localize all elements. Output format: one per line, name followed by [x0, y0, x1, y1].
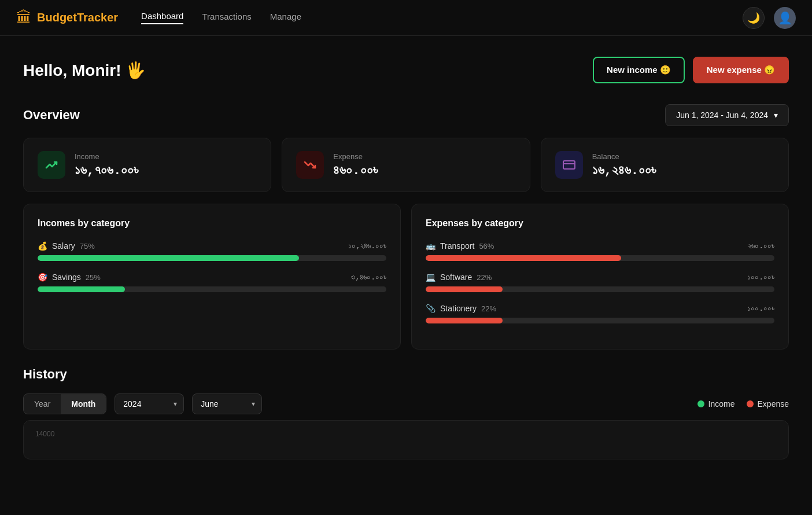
overview-header: Overview Jun 1, 2024 - Jun 4, 2024 ▾ — [23, 104, 789, 126]
software-progress-fill — [426, 286, 503, 292]
software-category-item: 💻 Software 22% ১০০.০০৳ — [426, 273, 774, 292]
history-title: History — [23, 367, 789, 382]
transport-text: Transport — [440, 241, 474, 251]
main-content: Hello, Monir! 🖐 New income 🙂 New expense… — [0, 36, 812, 350]
savings-label: 🎯 Savings 25% — [38, 273, 101, 282]
svg-rect-0 — [563, 161, 575, 169]
transport-percent: 56% — [479, 242, 494, 251]
month-toggle-button[interactable]: Month — [61, 394, 106, 414]
expense-value: ৪৬০.০০৳ — [333, 163, 515, 178]
software-percent: 22% — [477, 273, 492, 282]
expense-legend-item: Expense — [747, 399, 789, 409]
year-select-wrapper: 2024 2023 2022 — [115, 393, 184, 414]
income-legend-dot — [697, 400, 704, 407]
history-chart-container: 14000 — [23, 420, 789, 459]
expense-label: Expense — [333, 152, 515, 161]
incomes-by-category-panel: Incomes by category 💰 Salary 75% ১০,২৪৬.… — [23, 204, 401, 350]
moon-icon: 🌙 — [747, 12, 760, 24]
nav-right: 🌙 👤 — [743, 7, 796, 29]
salary-progress-track — [38, 255, 386, 261]
chart-legend: Income Expense — [697, 399, 789, 409]
month-select[interactable]: January February March April May June Ju… — [192, 393, 262, 414]
stationery-value: ১০০.০০৳ — [747, 304, 774, 313]
bus-icon: 🚌 — [426, 241, 435, 251]
savings-item-header: 🎯 Savings 25% ৩,৪৬০.০০৳ — [38, 273, 386, 282]
overview-section: Overview Jun 1, 2024 - Jun 4, 2024 ▾ Inc… — [23, 104, 789, 350]
expense-info: Expense ৪৬০.০০৳ — [333, 152, 515, 178]
new-income-button[interactable]: New income 🙂 — [593, 57, 685, 83]
salary-text: Salary — [52, 241, 75, 251]
history-controls: Year Month 2024 2023 2022 January Februa… — [23, 393, 789, 414]
stationery-progress-track — [426, 318, 774, 323]
target-icon: 🎯 — [38, 273, 47, 282]
balance-value: ১৬,২৪৬.০০৳ — [592, 163, 774, 178]
nav-dashboard[interactable]: Dashboard — [141, 11, 183, 24]
software-label: 💻 Software 22% — [426, 273, 492, 282]
income-card: Income ১৬,৭০৬.০০৳ — [23, 138, 271, 192]
history-section: History Year Month 2024 2023 2022 Januar… — [0, 367, 812, 477]
logo-text: BudgetTracker — [37, 11, 118, 24]
nav-manage[interactable]: Manage — [270, 12, 301, 24]
stationery-item-header: 📎 Stationery 22% ১০০.০০৳ — [426, 304, 774, 313]
savings-text: Savings — [52, 273, 81, 282]
transport-item-header: 🚌 Transport 56% ২৬০.০০৳ — [426, 241, 774, 251]
paperclip-icon: 📎 — [426, 304, 435, 313]
date-range-button[interactable]: Jun 1, 2024 - Jun 4, 2024 ▾ — [665, 104, 789, 126]
savings-percent: 25% — [86, 273, 101, 282]
income-info: Income ১৬,৭০৬.০০৳ — [75, 152, 257, 178]
transport-progress-track — [426, 255, 774, 261]
new-expense-button[interactable]: New expense 😠 — [693, 57, 789, 83]
balance-icon — [555, 151, 583, 179]
avatar-icon: 👤 — [778, 11, 792, 25]
software-item-header: 💻 Software 22% ১০০.০০৳ — [426, 273, 774, 282]
stationery-percent: 22% — [481, 304, 496, 313]
stationery-progress-fill — [426, 318, 503, 323]
navbar: 🏛 BudgetTracker Dashboard Transactions M… — [0, 0, 812, 36]
header-actions: New income 🙂 New expense 😠 — [593, 57, 789, 83]
software-value: ১০০.০০৳ — [747, 273, 774, 282]
transport-progress-fill — [426, 255, 621, 261]
income-legend-label: Income — [708, 399, 735, 409]
transport-category-item: 🚌 Transport 56% ২৬০.০০৳ — [426, 241, 774, 261]
laptop-icon: 💻 — [426, 273, 435, 282]
income-legend-item: Income — [697, 399, 735, 409]
income-value: ১৬,৭০৬.০০৳ — [75, 163, 257, 178]
salary-value: ১০,২৪৬.০০৳ — [348, 242, 386, 251]
nav-links: Dashboard Transactions Manage — [141, 11, 743, 24]
salary-percent: 75% — [80, 242, 95, 251]
date-range-text: Jun 1, 2024 - Jun 4, 2024 — [676, 111, 768, 120]
salary-progress-fill — [38, 255, 299, 261]
stationery-category-item: 📎 Stationery 22% ১০০.০০৳ — [426, 304, 774, 323]
expenses-by-category-panel: Expenses by category 🚌 Transport 56% ২৬০… — [411, 204, 789, 350]
expense-legend-dot — [747, 400, 754, 407]
expense-card: Expense ৪৬০.০০৳ — [282, 138, 530, 192]
savings-category-item: 🎯 Savings 25% ৩,৪৬০.০০৳ — [38, 273, 386, 292]
money-bag-icon: 💰 — [38, 241, 47, 251]
greeting-text: Hello, Monir! 🖐 — [23, 61, 146, 80]
income-label: Income — [75, 152, 257, 161]
balance-card: Balance ১৬,২৪৬.০০৳ — [541, 138, 789, 192]
year-toggle-button[interactable]: Year — [24, 394, 61, 414]
savings-progress-fill — [38, 286, 125, 292]
category-panels: Incomes by category 💰 Salary 75% ১০,২৪৬.… — [23, 204, 789, 350]
overview-title: Overview — [23, 108, 80, 123]
logo[interactable]: 🏛 BudgetTracker — [16, 9, 118, 27]
software-progress-track — [426, 286, 774, 292]
nav-transactions[interactable]: Transactions — [202, 12, 251, 24]
avatar[interactable]: 👤 — [774, 7, 796, 29]
expenses-category-title: Expenses by category — [426, 218, 774, 229]
salary-item-header: 💰 Salary 75% ১০,২৪৬.০০৳ — [38, 241, 386, 251]
salary-label: 💰 Salary 75% — [38, 241, 95, 251]
transport-value: ২৬০.০০৳ — [748, 242, 774, 251]
income-icon — [38, 151, 65, 179]
stationery-label: 📎 Stationery 22% — [426, 304, 496, 313]
theme-toggle-button[interactable]: 🌙 — [743, 7, 765, 29]
logo-icon: 🏛 — [16, 9, 31, 27]
header-row: Hello, Monir! 🖐 New income 🙂 New expense… — [23, 57, 789, 83]
year-select[interactable]: 2024 2023 2022 — [115, 393, 184, 414]
year-month-toggle: Year Month — [23, 393, 106, 414]
month-select-wrapper: January February March April May June Ju… — [192, 393, 262, 414]
savings-progress-track — [38, 286, 386, 292]
savings-value: ৩,৪৬০.০০৳ — [351, 273, 386, 282]
balance-label: Balance — [592, 152, 774, 161]
